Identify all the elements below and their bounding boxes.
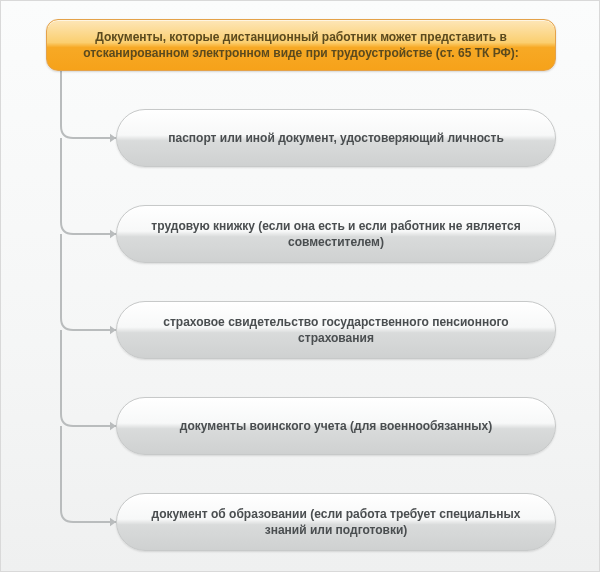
- diagram-canvas: Документы, которые дистанционный работни…: [0, 0, 600, 572]
- diagram-header-text: Документы, которые дистанционный работни…: [73, 29, 529, 61]
- connector-lines: [1, 1, 600, 572]
- diagram-header: Документы, которые дистанционный работни…: [46, 19, 556, 71]
- diagram-item: документ об образовании (если работа тре…: [116, 493, 556, 551]
- diagram-item: трудовую книжку (если она есть и если ра…: [116, 205, 556, 263]
- diagram-item-label: документ об образовании (если работа тре…: [151, 506, 521, 538]
- diagram-item-label: паспорт или иной документ, удостоверяющи…: [168, 130, 504, 146]
- diagram-item-label: документы воинского учета (для военнообя…: [180, 418, 492, 434]
- diagram-item: страховое свидетельство государственного…: [116, 301, 556, 359]
- diagram-item-label: трудовую книжку (если она есть и если ра…: [151, 218, 521, 250]
- diagram-item: документы воинского учета (для военнообя…: [116, 397, 556, 455]
- diagram-item-label: страховое свидетельство государственного…: [151, 314, 521, 346]
- diagram-item: паспорт или иной документ, удостоверяющи…: [116, 109, 556, 167]
